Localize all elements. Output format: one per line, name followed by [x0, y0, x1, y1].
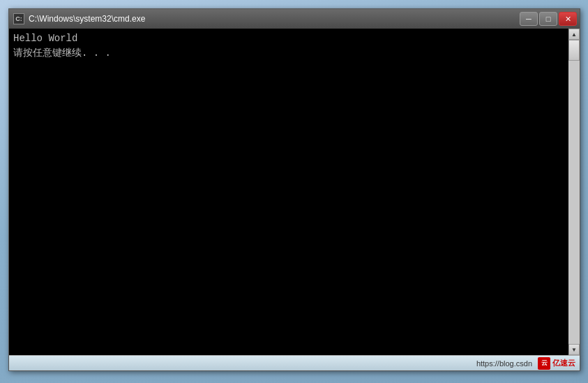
scroll-down-button[interactable]: ▼	[568, 344, 580, 355]
scroll-thumb[interactable]	[568, 40, 580, 61]
status-bar: https://blog.csdn 云 亿速云	[9, 355, 580, 370]
window-title: C:\Windows\system32\cmd.exe	[29, 14, 145, 24]
desktop: C: C:\Windows\system32\cmd.exe ─ □ ✕ Hel…	[0, 0, 588, 383]
cmd-window: C: C:\Windows\system32\cmd.exe ─ □ ✕ Hel…	[8, 8, 580, 371]
brand-logo: 云 亿速云	[538, 357, 575, 370]
window-icon: C:	[13, 13, 24, 24]
close-button[interactable]: ✕	[559, 12, 577, 26]
console-area: Hello World 请按任意键继续. . . ▲ ▼	[9, 29, 580, 355]
logo-icon: 云	[538, 357, 550, 370]
minimize-button[interactable]: ─	[520, 12, 538, 26]
status-url: https://blog.csdn	[476, 359, 532, 368]
title-bar: C: C:\Windows\system32\cmd.exe ─ □ ✕	[9, 9, 580, 29]
maximize-button[interactable]: □	[539, 12, 557, 26]
window-controls: ─ □ ✕	[520, 12, 577, 26]
title-bar-left: C: C:\Windows\system32\cmd.exe	[13, 13, 145, 24]
vertical-scrollbar[interactable]: ▲ ▼	[568, 29, 580, 355]
scroll-track[interactable]	[568, 40, 580, 344]
logo-text: 亿速云	[552, 358, 575, 368]
console-output: Hello World 请按任意键继续. . .	[9, 29, 568, 355]
scroll-up-button[interactable]: ▲	[568, 29, 580, 40]
